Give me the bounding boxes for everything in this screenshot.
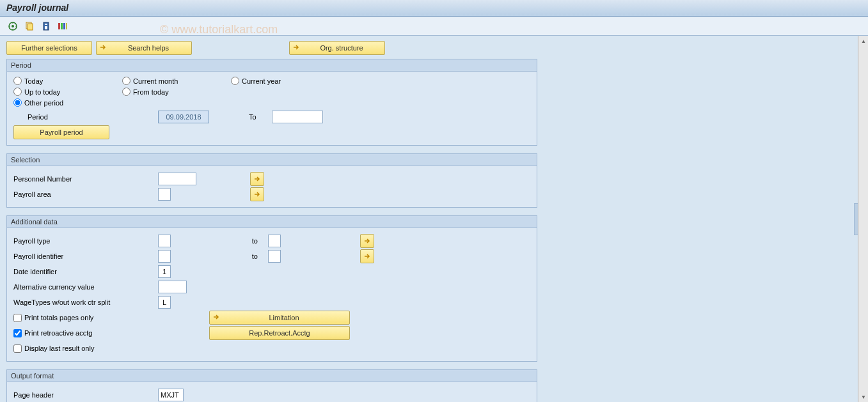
period-from-input[interactable] (158, 111, 209, 123)
checkbox-label: Print retroactive acctg (24, 329, 92, 337)
radio-label: Current year (242, 77, 281, 85)
wagetypes-label: WageTypes w/out work ctr split (13, 298, 154, 306)
to-label: To (249, 113, 268, 121)
payroll-identifier-from-input[interactable] (158, 250, 171, 263)
page-header-label: Page header (13, 391, 154, 399)
date-identifier-input[interactable] (158, 265, 171, 278)
svg-rect-14 (66, 23, 67, 29)
multiple-selection-button[interactable] (360, 234, 374, 248)
content-pane: Further selections Search helps Org. str… (0, 36, 858, 402)
get-variant-icon[interactable] (23, 20, 36, 33)
payroll-type-label: Payroll type (13, 237, 154, 245)
display-last-input[interactable] (13, 344, 22, 353)
radio-other-period-input[interactable] (13, 98, 22, 107)
radio-label: Up to today (24, 88, 60, 96)
print-retro-input[interactable] (13, 329, 22, 337)
group-title: Output format (7, 370, 537, 382)
group-title: Additional data (7, 216, 537, 228)
arrow-right-icon (212, 313, 220, 322)
arrow-right-icon (253, 175, 261, 183)
scroll-down-icon[interactable]: ▼ (859, 392, 868, 401)
svg-rect-11 (58, 23, 60, 29)
multiple-selection-button[interactable] (250, 172, 264, 186)
wagetypes-input[interactable] (158, 296, 171, 309)
radio-today[interactable]: Today (13, 77, 122, 85)
radio-label: Today (24, 77, 43, 85)
arrow-right-icon (99, 43, 107, 52)
button-label: Payroll period (40, 128, 83, 136)
arrow-right-icon (363, 252, 371, 260)
button-label: Search helps (128, 44, 169, 52)
payroll-identifier-to-input[interactable] (268, 250, 281, 263)
radio-label: Current month (133, 77, 178, 85)
page-header-input[interactable] (158, 389, 184, 401)
payroll-area-input[interactable] (158, 188, 171, 201)
svg-rect-13 (63, 23, 65, 29)
radio-current-month-input[interactable] (122, 77, 130, 85)
checkbox-label: Display last result only (24, 344, 94, 352)
to-label: to (175, 252, 264, 260)
multiple-selection-button[interactable] (360, 249, 374, 263)
radio-current-month[interactable]: Current month (122, 77, 231, 85)
period-to-input[interactable] (272, 111, 323, 123)
org-structure-button[interactable]: Org. structure (289, 41, 385, 55)
personnel-number-input[interactable] (158, 173, 196, 185)
button-label: Further selections (21, 44, 77, 52)
search-helps-button[interactable]: Search helps (96, 41, 192, 55)
further-selections-button[interactable]: Further selections (6, 41, 92, 55)
radio-current-year-input[interactable] (231, 77, 239, 85)
additional-data-group: Additional data Payroll type to Payroll … (6, 215, 537, 362)
arrow-right-icon (363, 237, 371, 245)
arrow-right-icon (292, 43, 300, 52)
print-retro-checkbox[interactable]: Print retroactive acctg (13, 326, 205, 340)
main-area: Further selections Search helps Org. str… (0, 36, 868, 402)
payroll-area-label: Payroll area (13, 190, 154, 198)
svg-rect-7 (28, 24, 33, 30)
output-format-group: Output format Page header (6, 369, 537, 402)
period-label: Period (28, 113, 154, 121)
print-totals-input[interactable] (13, 314, 22, 322)
checkbox-label: Print totals pages only (24, 314, 93, 321)
radio-label: Other period (24, 99, 63, 107)
page-title: Payroll journal (6, 3, 68, 13)
radio-other-period[interactable]: Other period (13, 98, 122, 107)
radio-from-today[interactable]: From today (122, 88, 231, 96)
radio-up-to-today[interactable]: Up to today (13, 88, 122, 96)
radio-from-today-input[interactable] (122, 88, 130, 96)
rep-retroact-button[interactable]: Rep.Retroact.Acctg (209, 326, 350, 340)
multiple-selection-button[interactable] (250, 187, 264, 201)
vertical-scrollbar[interactable]: ▲ ▼ (858, 36, 868, 402)
date-identifier-label: Date identifier (13, 268, 154, 275)
top-button-row: Further selections Search helps Org. str… (6, 41, 851, 55)
payroll-type-to-input[interactable] (268, 235, 281, 247)
payroll-period-button[interactable]: Payroll period (13, 125, 109, 139)
personnel-number-label: Personnel Number (13, 175, 154, 183)
radio-today-input[interactable] (13, 77, 22, 85)
selection-group: Selection Personnel Number Payroll area (6, 153, 537, 208)
radio-label: From today (133, 88, 169, 96)
group-title: Selection (7, 154, 537, 166)
svg-rect-10 (45, 26, 47, 29)
display-last-checkbox[interactable]: Display last result only (13, 341, 94, 355)
alt-currency-label: Alternative currency value (13, 283, 154, 291)
svg-point-1 (12, 25, 14, 27)
payroll-type-from-input[interactable] (158, 235, 171, 247)
report-icon[interactable] (56, 20, 69, 33)
group-title: Period (7, 59, 537, 72)
info-icon[interactable] (40, 20, 52, 33)
title-bar: Payroll journal (0, 0, 868, 17)
print-totals-checkbox[interactable]: Print totals pages only (13, 311, 205, 325)
alt-currency-input[interactable] (158, 281, 187, 293)
button-label: Rep.Retroact.Acctg (249, 329, 310, 337)
execute-icon[interactable] (6, 20, 19, 33)
radio-current-year[interactable]: Current year (231, 77, 340, 85)
svg-rect-12 (61, 23, 63, 29)
to-label: to (175, 237, 264, 245)
radio-up-to-today-input[interactable] (13, 88, 22, 96)
period-group: Period Today Current month Current year (6, 59, 537, 146)
button-label: Limitation (269, 314, 299, 321)
button-label: Org. structure (320, 44, 363, 52)
scroll-up-icon[interactable]: ▲ (859, 36, 868, 45)
arrow-right-icon (253, 190, 261, 198)
limitation-button[interactable]: Limitation (209, 311, 350, 325)
